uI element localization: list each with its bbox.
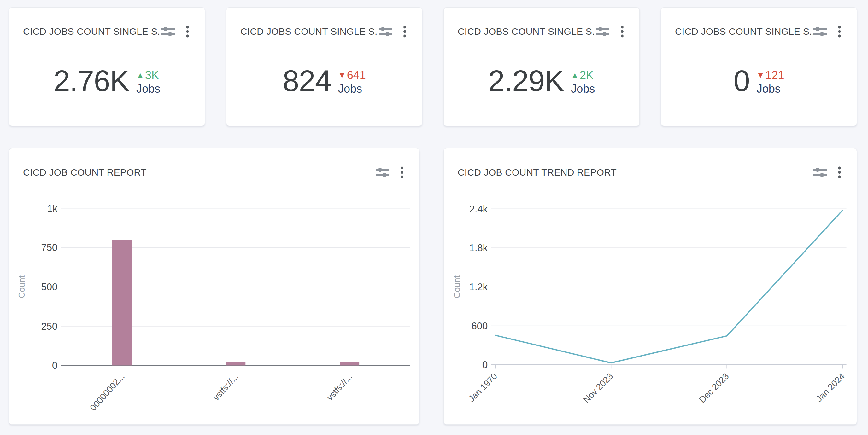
y-tick-label: 1.2k xyxy=(469,281,488,293)
y-tick-label: 250 xyxy=(41,321,58,332)
trend-value: 641 xyxy=(347,69,366,81)
kebab-menu-icon xyxy=(837,166,841,179)
sliders-icon xyxy=(595,26,610,37)
x-tick-label: Dec 2023 xyxy=(697,371,731,405)
stat-trend: ▲3K xyxy=(136,69,159,81)
stat-body: 2.76K ▲3K Jobs xyxy=(9,52,205,110)
y-tick-label: 600 xyxy=(471,321,488,332)
y-tick-label: 1k xyxy=(47,203,57,214)
stat-body: 0 ▼121 Jobs xyxy=(661,52,857,110)
chart-title: CICD JOB COUNT REPORT xyxy=(23,166,375,178)
chart-card-job-count-trend-report: CICD JOB COUNT TREND REPORT 06001.2k1.8k… xyxy=(443,148,857,425)
card-header: CICD JOB COUNT REPORT xyxy=(9,148,419,179)
card-title: CICD JOBS COUNT SINGLE S... xyxy=(240,26,378,37)
x-tick-label: vstfs://... xyxy=(325,372,354,403)
filter-settings-button[interactable] xyxy=(813,166,827,178)
stat-body: 2.29K ▲2K Jobs xyxy=(444,52,639,110)
stat-unit: Jobs xyxy=(571,82,595,95)
stat-value: 0 xyxy=(733,66,749,96)
sliders-icon xyxy=(378,26,393,37)
x-tick-label: Nov 2023 xyxy=(581,371,615,405)
stat-unit: Jobs xyxy=(136,82,160,95)
stat-body: 824 ▼641 Jobs xyxy=(226,52,422,110)
x-tick-label: Jan 2024 xyxy=(814,371,846,404)
kebab-menu-icon xyxy=(620,25,624,38)
y-tick-label: 1.8k xyxy=(469,242,488,254)
more-options-button[interactable] xyxy=(837,166,841,179)
card-header: CICD JOBS COUNT SINGLE S... xyxy=(9,7,205,38)
card-title: CICD JOBS COUNT SINGLE S... xyxy=(675,26,813,37)
trend-down-icon: ▼ xyxy=(338,71,346,79)
y-tick-label: 0 xyxy=(482,359,488,370)
y-tick-label: 500 xyxy=(41,281,58,293)
y-tick-label: 2.4k xyxy=(469,204,488,215)
y-axis-title: Count xyxy=(17,275,27,298)
kebab-menu-icon xyxy=(185,25,190,38)
sliders-icon xyxy=(813,26,827,37)
more-options-button[interactable] xyxy=(185,25,190,38)
more-options-button[interactable] xyxy=(400,166,404,179)
stat-value: 2.29K xyxy=(488,66,564,96)
trend-line[interactable] xyxy=(495,210,842,363)
filter-settings-button[interactable] xyxy=(161,26,175,37)
chart-card-job-count-report: CICD JOB COUNT REPORT 02505007501kCount0… xyxy=(9,148,420,425)
trend-value: 121 xyxy=(765,69,784,81)
kebab-menu-icon xyxy=(400,166,404,179)
trend-value: 2K xyxy=(580,69,594,81)
stat-unit: Jobs xyxy=(338,82,362,95)
stat-trend: ▼121 xyxy=(757,69,784,81)
more-options-button[interactable] xyxy=(403,25,407,38)
card-header: CICD JOBS COUNT SINGLE S... xyxy=(661,7,857,38)
filter-settings-button[interactable] xyxy=(375,166,390,178)
card-title: CICD JOBS COUNT SINGLE S... xyxy=(458,26,595,37)
y-tick-label: 0 xyxy=(52,360,57,371)
stat-value: 2.76K xyxy=(54,66,130,96)
bar-chart: 02505007501kCount00000002...vstfs://...v… xyxy=(9,148,419,424)
sliders-icon xyxy=(161,26,175,37)
x-tick-label: vstfs://... xyxy=(211,372,240,403)
more-options-button[interactable] xyxy=(620,25,624,38)
stat-unit: Jobs xyxy=(757,82,781,95)
chart-title: CICD JOB COUNT TREND REPORT xyxy=(458,166,813,178)
x-tick-label: 00000002... xyxy=(88,372,126,413)
stat-card-cicd-jobs-3: CICD JOBS COUNT SINGLE S... 2.29K ▲2K Jo… xyxy=(443,7,640,126)
stat-card-cicd-jobs-1: CICD JOBS COUNT SINGLE S... 2.76K ▲3K Jo… xyxy=(9,7,205,126)
stat-value: 824 xyxy=(283,66,331,96)
stat-card-cicd-jobs-2: CICD JOBS COUNT SINGLE S... 824 ▼641 Job… xyxy=(226,7,422,126)
bar[interactable] xyxy=(112,240,132,365)
trend-up-icon: ▲ xyxy=(136,71,144,79)
trend-value: 3K xyxy=(145,69,159,81)
stat-trend: ▲2K xyxy=(571,69,594,81)
kebab-menu-icon xyxy=(403,25,407,38)
card-header: CICD JOBS COUNT SINGLE S... xyxy=(444,7,639,38)
card-header: CICD JOBS COUNT SINGLE S... xyxy=(226,7,422,38)
y-axis-title: Count xyxy=(452,275,462,298)
line-chart: 06001.2k1.8k2.4kCountJan 1970Nov 2023Dec… xyxy=(444,148,857,424)
bar[interactable] xyxy=(340,362,359,365)
trend-down-icon: ▼ xyxy=(757,71,765,79)
x-tick-label: Jan 1970 xyxy=(466,371,499,404)
sliders-icon xyxy=(375,166,390,178)
stat-trend: ▼641 xyxy=(338,69,366,81)
trend-up-icon: ▲ xyxy=(571,71,579,79)
sliders-icon xyxy=(813,166,827,178)
card-header: CICD JOB COUNT TREND REPORT xyxy=(444,148,857,179)
y-tick-label: 750 xyxy=(41,242,58,253)
stat-card-cicd-jobs-4: CICD JOBS COUNT SINGLE S... 0 ▼121 Jobs xyxy=(661,7,857,126)
kebab-menu-icon xyxy=(837,25,841,38)
filter-settings-button[interactable] xyxy=(813,26,827,37)
bar[interactable] xyxy=(226,362,245,365)
filter-settings-button[interactable] xyxy=(595,26,610,37)
card-title: CICD JOBS COUNT SINGLE S... xyxy=(23,26,161,37)
more-options-button[interactable] xyxy=(837,25,841,38)
filter-settings-button[interactable] xyxy=(378,26,393,37)
